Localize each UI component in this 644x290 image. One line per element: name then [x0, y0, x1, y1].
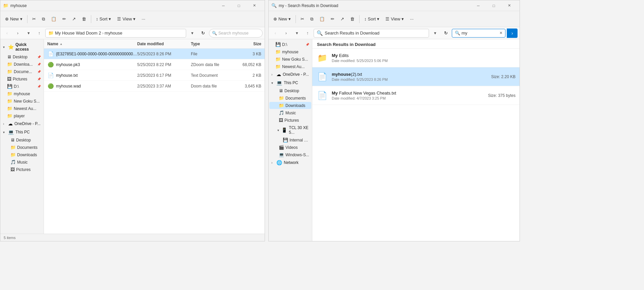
right-sort-button[interactable]: ↕ Sort ▾: [362, 13, 382, 25]
left-path-chevron-button[interactable]: ▾: [187, 28, 197, 38]
sidebar-item-downloads[interactable]: 📁 Downloa... 📌: [1, 61, 43, 68]
result-item[interactable]: 📄 My Fallout New Vegas Cheats.txt Date m…: [312, 86, 520, 105]
left-up-button[interactable]: ↑: [35, 28, 44, 38]
sidebar-new-goku-label: New Goku S...: [14, 99, 41, 104]
right-share-button[interactable]: ↗: [338, 13, 347, 25]
file-row[interactable]: 📄 myhouse.txt 2/25/2023 6:17 PM Text Doc…: [44, 70, 265, 81]
right-maximize-button[interactable]: □: [486, 0, 501, 11]
right-search-go-button[interactable]: ›: [507, 28, 518, 38]
right-sidebar-internal-storage[interactable]: 💾 Internal st...: [269, 136, 311, 143]
right-myhouse-icon: 📁: [275, 49, 281, 54]
sidebar-item-newest-au[interactable]: 📁 Newest Au...: [1, 105, 43, 112]
left-new-button[interactable]: ⊕ New ▾: [2, 13, 25, 25]
right-sidebar-thispc-pictures[interactable]: 🖼 Pictures: [269, 117, 311, 124]
sidebar-item-new-goku[interactable]: 📁 New Goku S...: [1, 98, 43, 105]
col-type-header[interactable]: Type: [191, 42, 234, 46]
left-addressbar: ‹ › ▾ ↑ 📁 My House Wad Doom 2 › myhouse …: [0, 27, 265, 39]
sidebar-item-d-drive[interactable]: 💾 D:\ 📌: [1, 83, 43, 90]
sidebar-thispc-music[interactable]: 🎵 Music: [1, 159, 43, 166]
right-copy-button[interactable]: ⧉: [308, 13, 316, 25]
onedrive-header[interactable]: › ☁ OneDrive - P...: [1, 120, 43, 128]
left-delete-button[interactable]: 🗑: [79, 13, 89, 25]
sidebar-item-pictures[interactable]: 🖼 Pictures 📌: [1, 75, 43, 82]
right-onedrive-header[interactable]: › ☁ OneDrive - P...: [269, 70, 311, 78]
right-myhouse-label: myhouse: [282, 50, 309, 54]
right-path-chevron-button[interactable]: ▾: [430, 28, 440, 38]
right-thispc-music-label: Music: [285, 111, 309, 115]
right-sidebar-newest-au[interactable]: 📁 Newest Au...: [269, 63, 311, 70]
left-copy-button[interactable]: ⧉: [39, 13, 48, 25]
right-sidebar-thispc-downloads[interactable]: 📁 Downloads: [269, 102, 311, 109]
right-view-button[interactable]: ☰ View ▾: [383, 13, 407, 25]
left-back-button[interactable]: ‹: [2, 28, 12, 38]
quick-access-star-icon: ⭐: [8, 44, 14, 50]
left-sort-button[interactable]: ↕ Sort ▾: [93, 13, 114, 25]
result-item[interactable]: 📁 My Edits Date modified: 5/25/2023 5:06…: [312, 49, 520, 67]
result-info: My Edits Date modified: 5/25/2023 5:06 P…: [332, 53, 516, 63]
right-dropdown-button[interactable]: ▾: [292, 28, 302, 38]
right-more-button[interactable]: ···: [407, 13, 416, 25]
right-sidebar-myhouse[interactable]: 📁 myhouse: [269, 48, 311, 55]
left-minimize-button[interactable]: ─: [216, 0, 231, 11]
sidebar-item-documents[interactable]: 📁 Docume... 📌: [1, 68, 43, 75]
right-back-button[interactable]: ‹: [271, 28, 280, 38]
quick-access-header[interactable]: ▾ ⭐ Quick access: [1, 41, 43, 53]
left-search-box[interactable]: 🔍 Search myhouse: [209, 29, 263, 38]
left-dropdown-button[interactable]: ▾: [24, 28, 33, 38]
right-paste-button[interactable]: 📋: [317, 13, 327, 25]
right-sidebar-thispc-documents[interactable]: 📁 Documents: [269, 95, 311, 102]
sidebar-thispc-pictures[interactable]: 🖼 Pictures: [1, 166, 43, 173]
right-sidebar-new-goku[interactable]: 📁 New Goku S...: [269, 56, 311, 63]
thispc-header[interactable]: ▾ 💻 This PC: [1, 128, 43, 136]
right-minimize-button[interactable]: ─: [471, 0, 486, 11]
right-sidebar-thispc-music[interactable]: 🎵 Music: [269, 109, 311, 116]
left-forward-button[interactable]: ›: [13, 28, 22, 38]
right-tcl-header[interactable]: ▾ 📱 TCL 30 XE 5...: [269, 124, 311, 136]
left-maximize-button[interactable]: □: [231, 0, 247, 11]
file-row[interactable]: 🟢 myhouse.pk3 5/25/2023 8:22 PM ZDoom da…: [44, 59, 265, 70]
right-sidebar-thispc-videos[interactable]: 🎬 Videos: [269, 144, 311, 151]
col-size-header[interactable]: Size: [234, 42, 261, 46]
right-path-icon: 🔍: [317, 30, 323, 36]
sidebar-thispc-downloads[interactable]: 📁 Downloads: [1, 151, 43, 158]
right-titlebar-controls: ─ □ ✕: [471, 0, 517, 11]
left-close-button[interactable]: ✕: [247, 0, 262, 11]
left-paste-button[interactable]: 📋: [48, 13, 59, 25]
right-sidebar-windows-s[interactable]: 💻 Windows-S...: [269, 151, 311, 158]
file-row[interactable]: 📄 {E32785E1-0000-0000-0000-000000000000.…: [44, 49, 265, 59]
file-row[interactable]: 🟢 myhouse.wad 2/25/2023 3:37 AM Doom dat…: [44, 81, 265, 92]
right-close-button[interactable]: ✕: [501, 0, 517, 11]
left-share-button[interactable]: ↗: [69, 13, 78, 25]
right-new-goku-label: New Goku S...: [282, 57, 309, 62]
right-sidebar-thispc-desktop[interactable]: 🖥 Desktop: [269, 87, 311, 94]
right-network-header[interactable]: › 🌐 Network: [269, 159, 311, 167]
left-rename-button[interactable]: ✏: [60, 13, 69, 25]
right-cut-button[interactable]: ✂: [298, 13, 307, 25]
left-view-button[interactable]: ☰ View ▾: [114, 13, 138, 25]
left-refresh-button[interactable]: ↻: [198, 28, 208, 38]
sidebar-item-myhouse[interactable]: 📁 myhouse: [1, 90, 43, 97]
col-name-header[interactable]: Name ▲: [47, 42, 137, 46]
left-titlebar: 📁 myhouse ─ □ ✕: [0, 0, 265, 11]
right-address-path[interactable]: 🔍 Search Results in Download: [314, 29, 429, 38]
right-delete-button[interactable]: 🗑: [347, 13, 357, 25]
right-up-button[interactable]: ↑: [303, 28, 312, 38]
left-cut-button[interactable]: ✂: [30, 13, 39, 25]
sidebar-item-desktop[interactable]: 🖥 Desktop 📌: [1, 53, 43, 60]
left-address-path[interactable]: 📁 My House Wad Doom 2 › myhouse: [45, 29, 186, 38]
right-sidebar-d-drive[interactable]: 💾 D:\ 📌: [269, 41, 311, 48]
desktop-pin-icon: 📌: [37, 55, 41, 59]
result-item[interactable]: 📄 myhouse(2).txt Date modified: 5/25/202…: [312, 67, 520, 86]
right-search-box[interactable]: 🔍 my ✕: [452, 29, 505, 38]
sidebar-item-player[interactable]: 📁 player: [1, 112, 43, 119]
right-search-clear-button[interactable]: ✕: [499, 31, 502, 35]
col-date-header[interactable]: Date modified: [137, 42, 191, 46]
right-forward-button[interactable]: ›: [281, 28, 291, 38]
right-rename-button[interactable]: ✏: [328, 13, 337, 25]
right-thispc-header[interactable]: ▾ 💻 This PC: [269, 79, 311, 87]
left-more-button[interactable]: ···: [139, 13, 148, 25]
sidebar-thispc-desktop[interactable]: 🖥 Desktop: [1, 136, 43, 143]
right-new-button[interactable]: ⊕ New ▾: [271, 13, 293, 25]
sidebar-thispc-documents[interactable]: 📁 Documents: [1, 144, 43, 151]
right-refresh-button[interactable]: ↻: [441, 28, 450, 38]
